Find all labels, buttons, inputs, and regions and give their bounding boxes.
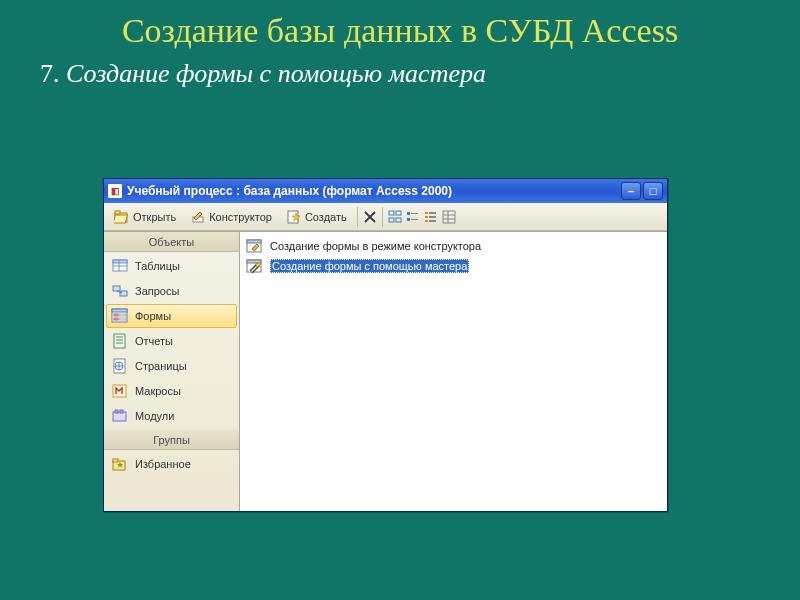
slide-title: Создание базы данных в СУБД Access	[0, 0, 800, 53]
open-label: Открыть	[133, 211, 176, 223]
sidebar-item-label: Таблицы	[135, 260, 180, 272]
wizard-icon	[246, 258, 264, 274]
design-label: Конструктор	[209, 211, 272, 223]
sidebar-item-label: Макросы	[135, 385, 181, 397]
list-item-label: Создание формы в режиме конструктора	[270, 240, 481, 252]
open-icon	[114, 209, 130, 225]
window-body: Объекты Таблицы Запросы	[104, 231, 667, 511]
group-groups-header[interactable]: Группы	[104, 430, 239, 450]
favorites-icon	[111, 456, 129, 472]
sidebar-item-forms[interactable]: Формы	[106, 304, 237, 328]
objects-list: Таблицы Запросы Формы	[104, 252, 239, 430]
sidebar-item-reports[interactable]: Отчеты	[106, 329, 237, 353]
create-star-icon	[286, 209, 302, 225]
sidebar-item-queries[interactable]: Запросы	[106, 279, 237, 303]
groups-list: Избранное	[104, 450, 239, 478]
svg-rect-19	[443, 211, 455, 223]
toolbar: Открыть Конструктор Создать	[104, 203, 667, 231]
svg-rect-8	[396, 218, 401, 222]
view-list-button[interactable]	[423, 209, 439, 225]
design-button[interactable]: Конструктор	[184, 206, 278, 228]
pages-icon	[111, 358, 129, 374]
svg-rect-32	[114, 314, 118, 316]
sidebar-item-pages[interactable]: Страницы	[106, 354, 237, 378]
queries-icon	[111, 283, 129, 299]
svg-rect-28	[120, 291, 127, 296]
sidebar-item-tables[interactable]: Таблицы	[106, 254, 237, 278]
view-small-icons-button[interactable]	[405, 209, 421, 225]
svg-rect-47	[120, 410, 123, 413]
design-icon	[190, 209, 206, 225]
sidebar: Объекты Таблицы Запросы	[104, 232, 240, 511]
svg-rect-11	[407, 218, 410, 221]
svg-rect-16	[429, 216, 436, 218]
designer-wizard-icon	[246, 238, 264, 254]
toolbar-sep-1	[357, 207, 358, 227]
svg-rect-51	[247, 240, 261, 243]
svg-rect-27	[113, 286, 120, 291]
step-number: 7.	[40, 59, 60, 88]
sidebar-item-label: Избранное	[135, 458, 191, 470]
macros-icon	[111, 383, 129, 399]
svg-rect-1	[115, 211, 120, 214]
view-details-button[interactable]	[441, 209, 457, 225]
svg-rect-46	[115, 410, 118, 413]
create-button[interactable]: Создать	[280, 206, 353, 228]
view-large-icons-button[interactable]	[387, 209, 403, 225]
tables-icon	[111, 258, 129, 274]
svg-rect-14	[429, 212, 436, 214]
create-label: Создать	[305, 211, 347, 223]
svg-rect-18	[429, 220, 436, 222]
svg-rect-34	[114, 318, 118, 320]
content-pane[interactable]: Создание формы в режиме конструктора Соз…	[240, 232, 667, 511]
sidebar-item-macros[interactable]: Макросы	[106, 379, 237, 403]
svg-rect-24	[113, 260, 127, 263]
sidebar-item-label: Формы	[135, 310, 171, 322]
open-button[interactable]: Открыть	[108, 206, 182, 228]
titlebar[interactable]: ◧ Учебный процесс : база данных (формат …	[104, 179, 667, 203]
app-icon: ◧	[108, 184, 122, 198]
slide-step: 7. Создание формы с помощью мастера	[0, 53, 800, 89]
sidebar-item-favorites[interactable]: Избранное	[106, 452, 237, 476]
window-buttons: – □	[621, 182, 663, 200]
sidebar-item-label: Запросы	[135, 285, 179, 297]
svg-rect-9	[407, 212, 410, 215]
toolbar-sep-2	[382, 207, 383, 227]
svg-rect-36	[114, 334, 125, 348]
svg-rect-13	[425, 212, 428, 214]
svg-rect-5	[389, 211, 394, 215]
svg-rect-49	[113, 459, 118, 462]
window-title: Учебный процесс : база данных (формат Ac…	[127, 184, 621, 198]
list-item[interactable]: Создание формы в режиме конструктора	[244, 236, 663, 256]
svg-rect-53	[247, 260, 261, 263]
db-window: ◧ Учебный процесс : база данных (формат …	[103, 178, 668, 512]
step-text: Создание формы с помощью мастера	[66, 59, 486, 88]
svg-rect-15	[425, 216, 428, 218]
svg-rect-12	[411, 219, 418, 220]
list-item-label: Создание формы с помощью мастера	[270, 259, 469, 273]
group-objects-header[interactable]: Объекты	[104, 232, 239, 252]
sidebar-item-label: Страницы	[135, 360, 187, 372]
delete-button[interactable]	[362, 209, 378, 225]
forms-icon	[111, 308, 129, 324]
sidebar-item-modules[interactable]: Модули	[106, 404, 237, 428]
list-item[interactable]: Создание формы с помощью мастера	[244, 256, 663, 276]
svg-rect-6	[396, 211, 401, 215]
svg-rect-10	[411, 213, 418, 214]
svg-rect-35	[119, 318, 126, 320]
svg-rect-2	[114, 215, 127, 223]
modules-icon	[111, 408, 129, 424]
svg-rect-7	[389, 218, 394, 222]
minimize-button[interactable]: –	[621, 182, 641, 200]
svg-rect-17	[425, 220, 428, 222]
maximize-button[interactable]: □	[643, 182, 663, 200]
sidebar-item-label: Отчеты	[135, 335, 173, 347]
reports-icon	[111, 333, 129, 349]
svg-rect-33	[119, 314, 126, 316]
svg-rect-31	[112, 309, 127, 312]
sidebar-item-label: Модули	[135, 410, 174, 422]
